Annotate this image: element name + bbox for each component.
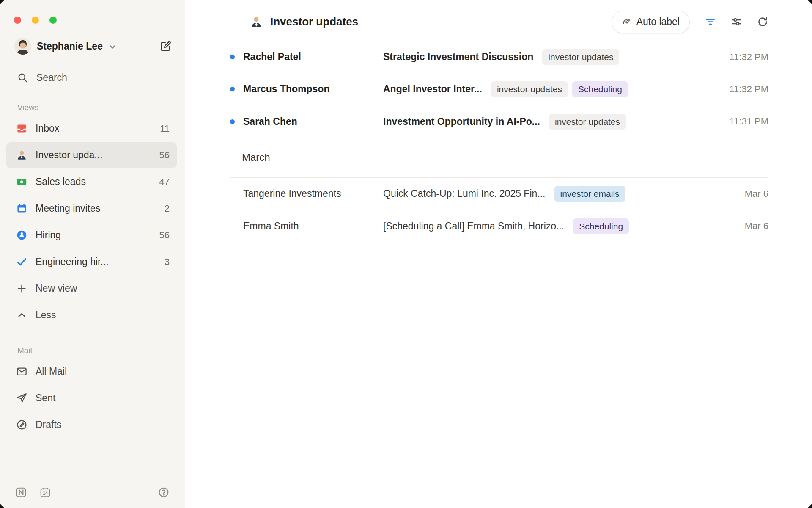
sidebar-item-engineering-hiring[interactable]: Engineering hir... 3 (6, 249, 177, 275)
email-time: Mar 6 (745, 188, 768, 199)
email-tags: investor updates (542, 49, 619, 65)
refresh-icon[interactable] (757, 16, 768, 28)
unread-dot (230, 55, 235, 59)
sidebar-item-label: Engineering hir... (36, 256, 156, 268)
paper-plane-icon (16, 392, 27, 404)
window-controls (0, 0, 185, 24)
sidebar-item-investor-updates[interactable]: Investor upda... 56 (6, 142, 177, 168)
sliders-icon[interactable] (731, 16, 742, 28)
sidebar-item-drafts[interactable]: Drafts (6, 412, 177, 438)
user-name: Stephanie Lee (37, 41, 103, 52)
unread-indicator (230, 119, 243, 124)
sidebar-item-sales-leads[interactable]: Sales leads 47 (6, 169, 177, 195)
email-subject: Angel Investor Inter... (383, 83, 482, 95)
sidebar-item-sent[interactable]: Sent (6, 385, 177, 411)
email-tag[interactable]: Scheduling (573, 218, 629, 234)
sidebar: Stephanie Lee Search Views (0, 0, 185, 508)
email-row[interactable]: Rachel Patel Strategic Investment Discus… (230, 41, 768, 73)
sidebar-item-count: 56 (159, 230, 170, 241)
email-tags: investor emails (554, 186, 625, 202)
email-subject: Quick Catch-Up: Lumi Inc. 2025 Fin... (383, 188, 546, 199)
email-sender: Marcus Thompson (243, 83, 383, 95)
investor-suit-icon (250, 15, 263, 29)
sidebar-item-count: 3 (165, 257, 170, 268)
sidebar-item-meeting-invites[interactable]: Meeting invites 2 (6, 196, 177, 221)
email-time: 11:31 PM (729, 116, 768, 127)
email-list: Rachel Patel Strategic Investment Discus… (185, 41, 812, 242)
sidebar-item-all-mail[interactable]: All Mail (6, 359, 177, 384)
email-time: Mar 6 (745, 221, 768, 232)
views-nav: Inbox 11 Investor upda... 56 Sales leads… (0, 116, 185, 329)
show-less-label: Less (36, 309, 170, 321)
search-label: Search (36, 72, 67, 83)
email-tag[interactable]: investor updates (549, 114, 626, 130)
email-row[interactable]: Sarah Chen Investment Opportunity in AI-… (230, 105, 768, 138)
sidebar-item-count: 11 (160, 123, 170, 134)
calendar-icon (16, 203, 27, 214)
account-switcher[interactable]: Stephanie Lee (14, 38, 172, 55)
sidebar-item-hiring[interactable]: Hiring 56 (6, 222, 177, 248)
auto-label-icon (622, 17, 632, 27)
sidebar-item-label: All Mail (36, 366, 170, 377)
envelope-icon (16, 366, 27, 377)
notion-logo-icon[interactable] (15, 486, 27, 498)
auto-label-label: Auto label (636, 16, 680, 28)
search-button[interactable]: Search (17, 68, 172, 87)
filter-icon[interactable] (705, 16, 716, 28)
main-panel: Investor updates Auto label (185, 0, 812, 508)
sidebar-item-label: Sent (36, 392, 170, 404)
view-header: Investor updates Auto label (185, 0, 812, 41)
sidebar-item-count: 47 (159, 177, 170, 188)
sidebar-item-label: Sales leads (36, 176, 151, 188)
mail-app-window: Stephanie Lee Search Views (0, 0, 812, 508)
sidebar-item-inbox[interactable]: Inbox 11 (6, 116, 177, 141)
email-time: 11:32 PM (729, 52, 768, 63)
page-title: Investor updates (270, 15, 358, 28)
search-icon (17, 72, 28, 83)
mail-nav: All Mail Sent Drafts (0, 359, 185, 439)
inbox-icon (16, 123, 27, 134)
email-tags: Scheduling (573, 218, 629, 234)
email-row[interactable]: Emma Smith [Scheduling a Call] Emma Smit… (230, 210, 768, 242)
show-less-button[interactable]: Less (6, 302, 177, 328)
chevron-up-icon (16, 309, 27, 321)
auto-label-button[interactable]: Auto label (612, 11, 690, 33)
email-subject: Investment Opportunity in AI-Po... (383, 116, 540, 127)
sidebar-item-label: Meeting invites (36, 203, 156, 214)
plus-icon (16, 283, 27, 294)
email-tag[interactable]: Scheduling (572, 81, 628, 97)
help-icon[interactable] (158, 486, 170, 498)
email-row[interactable]: Marcus Thompson Angel Investor Inter... … (230, 73, 768, 105)
compose-button[interactable] (159, 40, 172, 52)
minimize-button[interactable] (32, 17, 39, 24)
sidebar-item-label: Drafts (36, 419, 170, 431)
email-subject: Strategic Investment Discussion (383, 51, 533, 63)
sidebar-item-label: Hiring (36, 229, 151, 241)
close-button[interactable] (14, 17, 21, 24)
investor-suit-icon (16, 149, 27, 161)
unread-dot (230, 119, 235, 124)
unread-indicator (230, 87, 243, 91)
email-tags: investor updates (549, 114, 626, 130)
email-tag[interactable]: investor updates (542, 49, 619, 65)
email-subject: [Scheduling a Call] Emma Smith, Horizo..… (383, 221, 564, 232)
checkmark-icon (16, 256, 27, 268)
mail-section-title: Mail (17, 346, 185, 355)
email-sender: Sarah Chen (243, 116, 383, 127)
sidebar-item-label: Investor upda... (36, 149, 151, 161)
svg-text:14: 14 (43, 490, 48, 495)
pencil-circle-icon (16, 419, 27, 431)
month-section-label: March (230, 138, 768, 178)
new-view-button[interactable]: New view (6, 276, 177, 301)
email-sender: Tangerine Investments (243, 188, 383, 199)
views-section-title: Views (17, 103, 185, 112)
email-tag[interactable]: investor updates (491, 81, 568, 97)
email-row[interactable]: Tangerine Investments Quick Catch-Up: Lu… (230, 178, 768, 210)
email-sender: Emma Smith (243, 221, 383, 232)
sidebar-item-label: Inbox (36, 123, 152, 134)
calendar-14-icon[interactable]: 14 (39, 486, 51, 498)
email-time: 11:32 PM (729, 84, 768, 95)
zoom-button[interactable] (49, 17, 57, 24)
avatar (14, 38, 31, 55)
email-tag[interactable]: investor emails (554, 186, 625, 202)
